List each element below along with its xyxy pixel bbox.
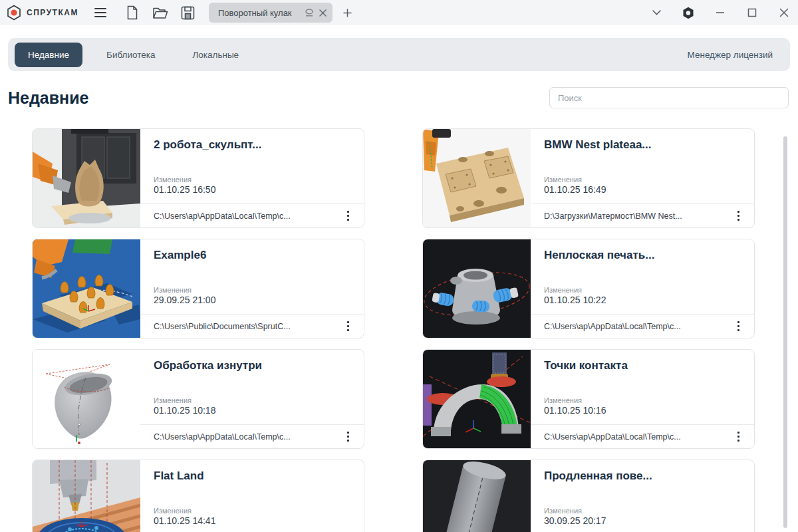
save-icon bbox=[181, 6, 195, 20]
file-title: Flat Land bbox=[154, 469, 350, 483]
file-card[interactable]: Обработка изнутри Изменения 01.10.25 10:… bbox=[32, 349, 364, 449]
modified-label: Изменения bbox=[154, 396, 350, 404]
document-state-icon bbox=[304, 8, 315, 18]
file-card[interactable]: BMW Nest plateaa... Изменения 01.10.25 1… bbox=[422, 128, 755, 228]
card-menu-button[interactable] bbox=[342, 207, 354, 225]
new-file-icon bbox=[126, 5, 139, 20]
chevron-down-icon bbox=[652, 9, 662, 16]
file-card[interactable]: Точки контакта Изменения 01.10.25 10:16 … bbox=[422, 349, 755, 449]
card-menu-button[interactable] bbox=[732, 207, 745, 225]
file-card[interactable]: Неплоская печать... Изменения 01.10.25 1… bbox=[422, 239, 755, 338]
file-title: BMW Nest plateaa... bbox=[544, 138, 741, 152]
plus-icon bbox=[342, 8, 352, 18]
document-tab-label: Поворотный кулак bbox=[218, 8, 300, 18]
modified-date: 01.10.25 10:18 bbox=[154, 405, 350, 416]
modified-label: Изменения bbox=[154, 176, 350, 184]
file-thumbnail bbox=[423, 460, 531, 532]
file-card[interactable]: Flat Land Изменения 01.10.25 14:41 bbox=[32, 460, 364, 532]
modified-label: Изменения bbox=[544, 286, 741, 294]
file-thumbnail bbox=[33, 350, 140, 448]
file-thumbnail bbox=[33, 129, 140, 227]
close-window-button[interactable] bbox=[774, 3, 794, 23]
nut-icon bbox=[682, 6, 695, 20]
titlebar: СПРУТКАМ Поворотный кулак bbox=[0, 0, 798, 25]
file-title: 2 робота_скульпт... bbox=[154, 138, 350, 152]
maximize-button[interactable] bbox=[742, 3, 762, 23]
file-card[interactable]: Продленная пове... Изменения 30.09.25 20… bbox=[422, 460, 755, 532]
close-tab-icon[interactable] bbox=[319, 9, 327, 17]
file-thumbnail bbox=[423, 239, 531, 338]
minimize-button[interactable] bbox=[710, 3, 730, 23]
modified-label: Изменения bbox=[544, 176, 741, 184]
modified-label: Изменения bbox=[544, 396, 741, 404]
license-manager-link[interactable]: Менеджер лицензий bbox=[688, 50, 773, 60]
section-tabbar: Недавние Библиотека Локальные Менеджер л… bbox=[8, 38, 790, 71]
page-title: Недавние bbox=[8, 88, 88, 108]
modified-label: Изменения bbox=[154, 286, 350, 294]
modified-label: Изменения bbox=[544, 507, 741, 515]
file-path: D:\Загрузки\Матермост\BMW Nest... bbox=[544, 211, 732, 221]
modified-date: 29.09.25 21:00 bbox=[154, 295, 350, 305]
file-path: C:\Users\ap\AppData\Local\Temp\c... bbox=[544, 432, 732, 442]
file-title: Обработка изнутри bbox=[154, 359, 350, 372]
sprutcam-logo-icon bbox=[7, 5, 21, 21]
file-title: Неплоская печать... bbox=[544, 249, 741, 262]
card-menu-button[interactable] bbox=[732, 428, 745, 446]
modified-date: 01.10.25 10:22 bbox=[544, 295, 741, 305]
recent-files-grid: 2 робота_скульпт... Изменения 01.10.25 1… bbox=[32, 128, 798, 532]
tab-local[interactable]: Локальные bbox=[179, 43, 252, 67]
main-menu-button[interactable] bbox=[90, 3, 110, 23]
file-title: Точки контакта bbox=[544, 359, 741, 372]
close-icon bbox=[779, 8, 789, 17]
file-title: Продленная пове... bbox=[544, 469, 741, 483]
card-menu-button[interactable] bbox=[342, 428, 354, 446]
modified-date: 01.10.25 16:50 bbox=[154, 184, 350, 195]
save-button[interactable] bbox=[178, 3, 198, 23]
new-file-button[interactable] bbox=[122, 3, 142, 23]
app-logo: СПРУТКАМ bbox=[0, 5, 78, 21]
document-tab[interactable]: Поворотный кулак bbox=[209, 3, 332, 23]
maximize-icon bbox=[747, 8, 757, 17]
file-thumbnail bbox=[423, 129, 531, 227]
open-folder-icon bbox=[152, 5, 168, 20]
settings-nut-button[interactable] bbox=[678, 3, 698, 23]
modified-label: Изменения bbox=[154, 507, 350, 515]
tab-recent[interactable]: Недавние bbox=[15, 43, 82, 67]
file-thumbnail bbox=[33, 239, 140, 338]
file-path: C:\Users\ap\AppData\Local\Temp\c... bbox=[544, 322, 732, 331]
new-tab-button[interactable] bbox=[338, 3, 358, 23]
vertical-scrollbar[interactable] bbox=[783, 136, 787, 528]
card-menu-button[interactable] bbox=[732, 317, 745, 335]
expand-menu-button[interactable] bbox=[646, 3, 666, 23]
modified-date: 30.09.25 20:17 bbox=[544, 515, 741, 526]
file-card[interactable]: Example6 Изменения 29.09.25 21:00 C:\Use… bbox=[32, 239, 364, 338]
modified-date: 01.10.25 14:41 bbox=[154, 515, 350, 526]
file-thumbnail bbox=[33, 460, 140, 532]
file-path: C:\Users\ap\AppData\Local\Temp\c... bbox=[154, 432, 342, 442]
minimize-icon bbox=[716, 11, 725, 14]
file-card[interactable]: 2 робота_скульпт... Изменения 01.10.25 1… bbox=[32, 128, 364, 228]
file-title: Example6 bbox=[154, 249, 350, 262]
file-thumbnail bbox=[423, 350, 531, 448]
app-name: СПРУТКАМ bbox=[27, 8, 78, 17]
modified-date: 01.10.25 10:16 bbox=[544, 405, 741, 416]
file-path: C:\Users\ap\AppData\Local\Temp\c... bbox=[154, 211, 342, 221]
modified-date: 01.10.25 16:49 bbox=[544, 184, 741, 195]
open-file-button[interactable] bbox=[150, 3, 170, 23]
search-input[interactable] bbox=[549, 87, 789, 108]
card-menu-button[interactable] bbox=[342, 317, 354, 335]
file-path: C:\Users\Public\Documents\SprutC... bbox=[154, 322, 342, 331]
tab-library[interactable]: Библиотека bbox=[93, 43, 168, 67]
